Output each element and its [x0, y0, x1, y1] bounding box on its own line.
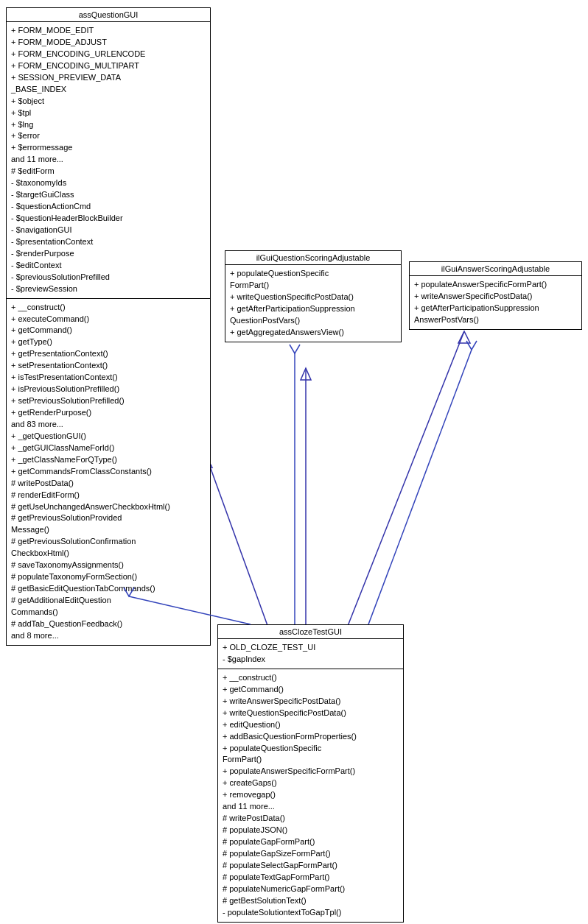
svg-marker-3	[301, 368, 311, 380]
il-gui-question-scoring-box: ilGuiQuestionScoringAdjustable + populat…	[225, 250, 402, 342]
ass-cloze-test-gui-fields: + OLD_CLOZE_TEST_UI - $gapIndex	[218, 639, 403, 669]
svg-line-8	[368, 350, 472, 624]
diagram-container: assQuestionGUI + FORM_MODE_EDIT + FORM_M…	[0, 0, 588, 924]
svg-line-0	[206, 456, 269, 629]
il-gui-question-scoring-title: ilGuiQuestionScoringAdjustable	[225, 251, 401, 265]
svg-marker-5	[458, 331, 470, 343]
ass-cloze-test-gui-title: assClozeTestGUI	[218, 625, 403, 639]
il-gui-answer-scoring-methods: + populateAnswerSpecificFormPart() + wri…	[410, 276, 581, 329]
ass-question-gui-methods: + __construct() + executeCommand() + get…	[7, 299, 210, 645]
ass-cloze-test-gui-box: assClozeTestGUI + OLD_CLOZE_TEST_UI - $g…	[217, 624, 404, 923]
svg-line-4	[346, 331, 464, 629]
il-gui-answer-scoring-box: ilGuiAnswerScoringAdjustable + populateA…	[409, 261, 582, 330]
ass-cloze-test-gui-methods: + __construct() + getCommand() + writeAn…	[218, 669, 403, 922]
ass-question-gui-title: assQuestionGUI	[7, 8, 210, 22]
il-gui-question-scoring-methods: + populateQuestionSpecific FormPart() + …	[225, 265, 401, 342]
ass-question-gui-box: assQuestionGUI + FORM_MODE_EDIT + FORM_M…	[6, 7, 211, 646]
il-gui-answer-scoring-title: ilGuiAnswerScoringAdjustable	[410, 262, 581, 276]
ass-question-gui-fields: + FORM_MODE_EDIT + FORM_MODE_ADJUST + FO…	[7, 22, 210, 299]
